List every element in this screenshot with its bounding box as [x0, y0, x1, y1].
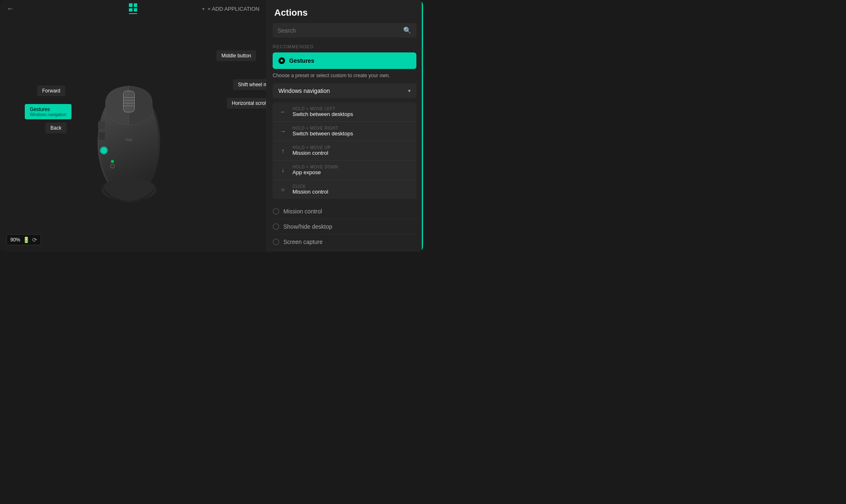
gesture-row-hint: CLICK — [292, 184, 411, 189]
other-option[interactable]: Screen capture — [273, 234, 416, 250]
apps-underline — [129, 13, 137, 14]
top-bar: ← + + ADD APPLICATION — [0, 0, 266, 17]
main-layout: ← + + ADD APPLICATION — [0, 0, 423, 252]
gesture-row[interactable]: ← HOLD + MOVE LEFT Switch between deskto… — [273, 102, 416, 122]
main-window: ← + + ADD APPLICATION — [0, 0, 423, 252]
left-panel: ← + + ADD APPLICATION — [0, 0, 266, 252]
svg-rect-2 — [124, 92, 134, 111]
gesture-row-content: HOLD + MOVE UP Mission control — [292, 145, 411, 156]
gestures-sub-label: Windows navigation — [30, 112, 67, 117]
gesture-row-icon: ○ — [278, 185, 288, 194]
gesture-row-action: Mission control — [292, 150, 411, 156]
shift-wheel-label[interactable]: Shift wheel mode — [233, 79, 266, 90]
svg-text:logi: logi — [126, 137, 132, 142]
gesture-row-hint: HOLD + MOVE DOWN — [292, 165, 411, 169]
other-option-name: Mission control — [283, 208, 322, 215]
gesture-row-action: Switch between desktops — [292, 130, 411, 137]
gesture-row-icon: ← — [278, 107, 288, 116]
other-option-name: Show/hide desktop — [283, 223, 332, 230]
apps-icon[interactable] — [129, 3, 137, 14]
wireless-icon: ⟳ — [32, 237, 37, 243]
scroll-area[interactable]: RECOMMENDED Gestures Choose a preset or … — [266, 43, 423, 252]
apps-grid — [129, 3, 137, 12]
gesture-row[interactable]: → HOLD + MOVE RIGHT Switch between deskt… — [273, 122, 416, 141]
scrollbar-line — [422, 0, 423, 252]
gesture-row[interactable]: ↑ HOLD + MOVE UP Mission control — [273, 141, 416, 161]
gestures-radio — [278, 57, 285, 64]
mouse-area: logi Middle button Shift wheel mode — [0, 17, 266, 252]
gesture-row[interactable]: ↓ HOLD + MOVE DOWN App expose — [273, 161, 416, 180]
other-option[interactable]: Mission control — [273, 204, 416, 219]
recommended-label: RECOMMENDED — [273, 44, 416, 49]
gesture-row-content: HOLD + MOVE LEFT Switch between desktops — [292, 106, 411, 117]
right-panel: Actions 🔍 RECOMMENDED Gestures Choose a … — [266, 0, 423, 252]
other-option-radio — [273, 208, 279, 215]
search-bar: 🔍 — [273, 23, 416, 38]
mouse-illustration: logi — [75, 64, 183, 213]
gesture-row-icon: ↓ — [278, 166, 288, 175]
other-option-name: Screen capture — [283, 239, 323, 245]
chevron-down-icon: ▾ — [408, 88, 411, 94]
horizontal-scroll-label[interactable]: Horizontal scroll — [227, 98, 266, 109]
svg-rect-9 — [98, 132, 105, 140]
gesture-row[interactable]: ○ CLICK Mission control — [273, 180, 416, 199]
gestures-label[interactable]: Gestures Windows navigation — [25, 104, 71, 119]
other-option[interactable]: Switch application — [273, 250, 416, 252]
gestures-option-name: Gestures — [289, 57, 314, 64]
gesture-row-content: HOLD + MOVE DOWN App expose — [292, 165, 411, 175]
other-option-radio — [273, 223, 279, 230]
battery-indicator: 90% 🔋 ⟳ — [7, 234, 41, 245]
add-application-label: + ADD APPLICATION — [207, 6, 259, 12]
preset-description: Choose a preset or select custom to crea… — [273, 72, 416, 79]
gesture-rows-container: ← HOLD + MOVE LEFT Switch between deskto… — [273, 102, 416, 199]
gesture-row-action: Switch between desktops — [292, 111, 411, 117]
gesture-row-hint: HOLD + MOVE UP — [292, 145, 411, 150]
gesture-row-hint: HOLD + MOVE LEFT — [292, 106, 411, 111]
back-label[interactable]: Back — [45, 123, 67, 133]
gesture-row-content: CLICK Mission control — [292, 184, 411, 195]
other-option-radio — [273, 239, 279, 245]
preset-dropdown-text: Windows navigation — [278, 88, 330, 94]
other-option[interactable]: Show/hide desktop — [273, 219, 416, 234]
actions-title: Actions — [266, 0, 423, 23]
search-input[interactable] — [278, 27, 400, 34]
back-icon: ← — [7, 5, 14, 13]
gesture-row-icon: ↑ — [278, 146, 288, 155]
gesture-row-action: App expose — [292, 169, 411, 175]
forward-label[interactable]: Forward — [37, 85, 65, 96]
gesture-row-content: HOLD + MOVE RIGHT Switch between desktop… — [292, 126, 411, 137]
gestures-option[interactable]: Gestures — [273, 52, 416, 69]
gestures-radio-inner — [280, 59, 283, 62]
search-icon: 🔍 — [403, 26, 411, 34]
middle-button-label[interactable]: Middle button — [216, 50, 256, 61]
gesture-row-hint: HOLD + MOVE RIGHT — [292, 126, 411, 130]
add-icon: + — [202, 6, 205, 12]
gesture-row-action: Mission control — [292, 189, 411, 195]
preset-dropdown[interactable]: Windows navigation ▾ — [273, 83, 416, 98]
gesture-row-icon: → — [278, 127, 288, 136]
svg-point-11 — [101, 148, 107, 153]
add-application-button[interactable]: + + ADD APPLICATION — [202, 6, 259, 12]
svg-point-15 — [102, 178, 157, 201]
battery-icon: 🔋 — [23, 237, 30, 243]
other-options-container: Mission control Show/hide desktop Screen… — [273, 204, 416, 252]
svg-rect-8 — [98, 121, 105, 130]
back-button[interactable]: ← — [7, 5, 14, 13]
battery-percent: 90% — [10, 237, 20, 243]
svg-point-12 — [111, 160, 114, 163]
